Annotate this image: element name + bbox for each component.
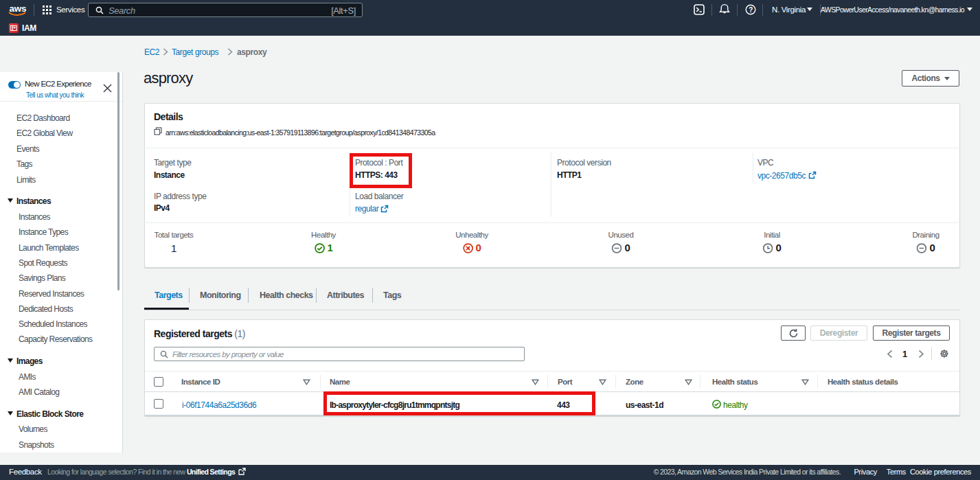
svg-text:aws: aws — [10, 3, 27, 14]
svg-text:?: ? — [749, 6, 753, 14]
